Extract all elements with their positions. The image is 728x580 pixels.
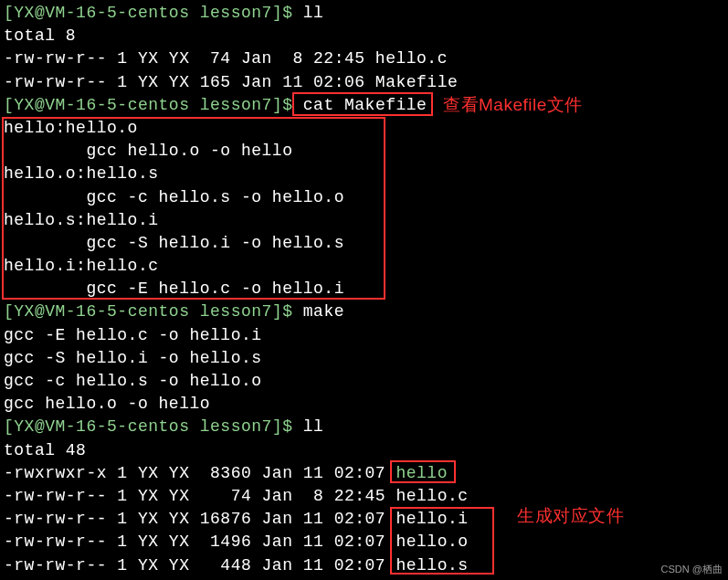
annotation-label-generated: 生成对应文件	[517, 504, 624, 529]
make-out-1: gcc -E hello.c -o hello.i	[4, 324, 724, 347]
makefile-l7: hello.i:hello.c	[4, 255, 724, 278]
prompt-line-2: [YX@VM-16-5-centos lesson7]$ cat Makefil…	[4, 94, 724, 117]
prompt-line-1: [YX@VM-16-5-centos lesson7]$ ll	[4, 2, 724, 25]
prompt-close: ]$	[272, 4, 303, 22]
ls2-row-hello: -rwxrwxr-x 1 YX YX 8360 Jan 11 02:07 hel…	[4, 462, 724, 485]
output-total-2: total 48	[4, 439, 724, 462]
annotation-label-view-makefile: 查看Makefile文件	[443, 93, 583, 118]
make-out-4: gcc hello.o -o hello	[4, 393, 724, 416]
cmd-cat-makefile[interactable]: cat Makefile	[303, 96, 427, 114]
ls1-row-helloc: -rw-rw-r-- 1 YX YX 74 Jan 8 22:45 hello.…	[4, 47, 724, 70]
file-hello-exec: hello	[396, 464, 448, 482]
makefile-l5: hello.s:hello.i	[4, 209, 724, 232]
output-total-1: total 8	[4, 25, 724, 47]
prompt-user: [	[4, 4, 14, 22]
makefile-l6: gcc -S hello.i -o hello.s	[4, 232, 724, 255]
watermark: CSDN @栖曲	[661, 563, 723, 576]
ls2-row-helloo: -rw-rw-r-- 1 YX YX 1496 Jan 11 02:07 hel…	[4, 531, 724, 554]
makefile-l2: gcc hello.o -o hello	[4, 140, 724, 163]
ls2-row-hellos: -rw-rw-r-- 1 YX YX 448 Jan 11 02:07 hell…	[4, 554, 724, 577]
prompt-line-4: [YX@VM-16-5-centos lesson7]$ ll	[4, 416, 724, 438]
prompt-userhost: YX@VM-16-5-centos	[14, 4, 189, 22]
make-out-2: gcc -S hello.i -o hello.s	[4, 347, 724, 370]
make-out-3: gcc -c hello.s -o hello.o	[4, 370, 724, 393]
makefile-l8: gcc -E hello.c -o hello.i	[4, 278, 724, 301]
cmd-make[interactable]: make	[303, 302, 344, 321]
ls1-row-makefile: -rw-rw-r-- 1 YX YX 165 Jan 11 02:06 Make…	[4, 71, 724, 94]
makefile-l4: gcc -c hello.s -o hello.o	[4, 186, 724, 209]
prompt-line-3: [YX@VM-16-5-centos lesson7]$ make	[4, 301, 724, 323]
cmd-ll-2[interactable]: ll	[303, 417, 324, 436]
cmd-ll-1[interactable]: ll	[303, 4, 324, 22]
makefile-l3: hello.o:hello.s	[4, 163, 724, 185]
makefile-l1: hello:hello.o	[4, 117, 724, 140]
prompt-dir: lesson7	[189, 4, 271, 22]
